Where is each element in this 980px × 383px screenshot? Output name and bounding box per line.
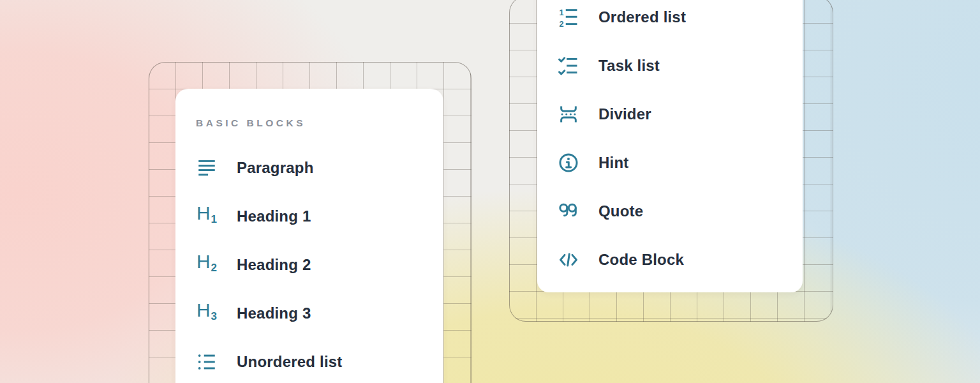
menu-item-paragraph[interactable]: Paragraph [196,144,443,192]
quote-icon [558,200,579,222]
heading-2-icon: H2 [196,254,218,276]
heading-3-icon: H3 [196,303,218,324]
basic-blocks-menu: BASIC BLOCKS Paragraph H1 Heading 1 H2 H… [175,89,443,383]
task-list-icon [558,55,579,77]
menu-item-divider[interactable]: Divider [558,90,803,139]
menu-item-hint[interactable]: Hint [558,139,803,187]
paragraph-icon [196,157,218,179]
section-label-basic-blocks: BASIC BLOCKS [196,110,443,136]
ordered-list-icon: 1 2 [558,6,579,28]
menu-item-heading-1[interactable]: H1 Heading 1 [196,192,443,241]
blocks-menu-continued: 1 2 Ordered list Task list Divider [537,0,803,292]
hint-icon [558,152,579,174]
menu-item-label: Hint [598,154,628,172]
unordered-list-icon [196,351,218,373]
menu-item-label: Divider [598,105,651,123]
menu-item-unordered-list[interactable]: Unordered list [196,338,443,383]
menu-item-heading-3[interactable]: H3 Heading 3 [196,289,443,338]
menu-item-heading-2[interactable]: H2 Heading 2 [196,241,443,289]
menu-item-label: Ordered list [598,8,686,26]
menu-item-task-list[interactable]: Task list [558,41,803,90]
svg-text:2: 2 [560,19,564,28]
menu-item-label: Task list [598,57,660,75]
menu-item-ordered-list[interactable]: 1 2 Ordered list [558,0,803,41]
menu-item-label: Quote [598,202,643,220]
heading-1-icon: H1 [196,206,218,227]
menu-item-label: Code Block [598,251,684,269]
code-block-icon [558,249,579,271]
svg-text:1: 1 [560,8,564,17]
menu-item-label: Heading 2 [237,256,311,274]
divider-icon [558,103,579,125]
menu-item-quote[interactable]: Quote [558,187,803,236]
menu-item-label: Paragraph [237,159,314,177]
menu-item-code-block[interactable]: Code Block [558,236,803,284]
menu-item-label: Heading 1 [237,207,311,225]
menu-item-label: Unordered list [237,353,343,371]
menu-item-label: Heading 3 [237,304,311,322]
